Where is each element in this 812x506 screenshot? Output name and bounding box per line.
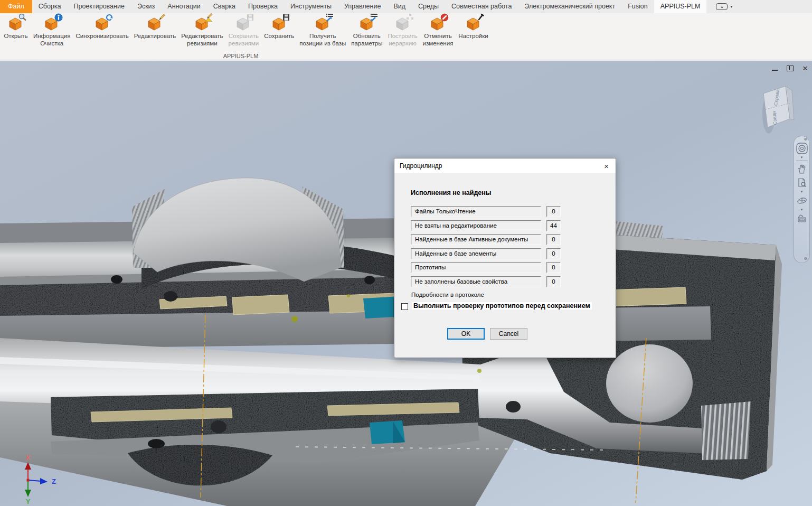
tab-annotations[interactable]: Аннотации: [161, 0, 206, 13]
stat-not-checked-out-value: 44: [546, 220, 561, 231]
zoom-icon[interactable]: [795, 176, 809, 190]
minimize-icon[interactable]: [770, 63, 779, 73]
restore-icon[interactable]: [785, 63, 795, 73]
navbar-close-icon[interactable]: ⊗: [804, 137, 807, 142]
save-button[interactable]: Сохранить: [261, 13, 297, 40]
save-revisions-label-2: ревизиями: [229, 40, 259, 47]
tab-design[interactable]: Проектирование: [68, 0, 131, 13]
cancel-changes-icon: [429, 15, 447, 32]
chevron-down-icon[interactable]: ▼: [800, 208, 804, 212]
get-positions-label-1: Получить: [299, 32, 346, 40]
tab-fusion[interactable]: Fusion: [621, 0, 654, 13]
edit-button[interactable]: Редактировать: [131, 13, 178, 40]
chevron-down-icon[interactable]: ▼: [800, 190, 804, 194]
edit-pencil-icon: [146, 15, 164, 32]
cancel-changes-label-1: Отменить: [423, 32, 454, 40]
build-hierarchy-label-2: иерархию: [388, 40, 417, 47]
get-positions-button[interactable]: Получить позиции из базы: [297, 13, 348, 47]
info-cleanup-button[interactable]: Информация Очистка: [31, 13, 73, 47]
cancel-changes-label-2: изменения: [423, 40, 454, 47]
cancel-button[interactable]: Cancel: [490, 328, 527, 340]
dialog-status-header: Исполнения не найдены: [411, 189, 492, 196]
info-icon: [43, 15, 61, 32]
axis-x-label: X: [26, 454, 31, 462]
info-label-1: Информация: [33, 32, 70, 40]
ribbon-panel: Открыть Информация Очистка Синхронизиров…: [0, 13, 812, 60]
tab-inspect[interactable]: Проверка: [242, 0, 284, 13]
stat-readonly-files-value: 0: [546, 206, 561, 217]
get-positions-icon: [314, 15, 332, 32]
navigation-bar: ⊗ ▼ ▼ ▼ ⊖: [794, 136, 810, 263]
axis-triad: X Y Z: [14, 453, 61, 505]
stat-db-elements-value: 0: [546, 248, 561, 259]
sync-label: Синхронизировать: [75, 33, 128, 39]
open-label: Открыть: [4, 33, 27, 39]
ribbon-collapse-icon[interactable]: ▲: [716, 3, 728, 10]
edit-revisions-button[interactable]: Редактировать ревизиями: [178, 13, 225, 47]
tab-assembly[interactable]: Сборка: [32, 0, 68, 13]
navbar-divider: [796, 161, 808, 161]
tab-manage[interactable]: Управление: [338, 0, 388, 13]
tab-electromechanical[interactable]: Электромеханический проект: [518, 0, 621, 13]
protocol-details-note: Подробности в протоколе: [411, 292, 484, 298]
chevron-down-icon[interactable]: ▼: [800, 155, 804, 160]
close-icon[interactable]: ×: [800, 63, 810, 73]
tab-view[interactable]: Вид: [387, 0, 412, 13]
save-icon: [270, 15, 288, 32]
tab-environments[interactable]: Среды: [412, 0, 445, 13]
save-revisions-button: Сохранить ревизиями: [226, 13, 262, 47]
stat-base-props-label: Не заполнены базовые свойства: [411, 276, 541, 287]
stat-active-docs-label: Найденные в базе Активные документы: [411, 234, 541, 245]
ribbon-collapse-control[interactable]: ▲ ▼: [716, 0, 733, 13]
tab-tools[interactable]: Инструменты: [284, 0, 338, 13]
update-params-button[interactable]: Обновить параметры: [348, 13, 385, 47]
info-label-2: Очистка: [33, 40, 70, 47]
prototype-check-label[interactable]: Выполнить проверку прототипов перед сохр…: [412, 302, 592, 310]
edit-revisions-icon: [193, 15, 211, 32]
edit-revisions-label-2: ревизиями: [181, 40, 223, 47]
dialog-body: Исполнения не найдены Файлы ТолькоЧтение…: [394, 173, 616, 358]
document-window-controls: ×: [770, 63, 810, 73]
stat-base-props-value: 0: [546, 276, 561, 287]
axis-y-label: Y: [26, 498, 31, 505]
update-params-label-2: параметры: [351, 40, 382, 47]
axis-z-label: Z: [52, 477, 56, 485]
save-revisions-label-1: Сохранить: [229, 32, 259, 40]
update-params-label-1: Обновить: [351, 32, 382, 40]
orbit-icon[interactable]: [795, 194, 809, 208]
edit-label: Редактировать: [134, 33, 176, 39]
dialog-close-icon[interactable]: ×: [602, 162, 610, 170]
tab-appius-plm[interactable]: APPIUS-PLM: [654, 0, 707, 13]
stat-prototypes-label: Прототипы: [411, 262, 541, 273]
pan-hand-icon[interactable]: [795, 162, 809, 176]
save-label: Сохранить: [264, 33, 294, 39]
tab-weld[interactable]: Сварка: [207, 0, 242, 13]
update-params-icon: [358, 15, 376, 32]
hydrocylinder-dialog: Гидроцилиндр × Исполнения не найдены Фай…: [394, 158, 616, 358]
synchronize-button[interactable]: Синхронизировать: [73, 13, 131, 40]
settings-label: Настройки: [458, 33, 488, 39]
settings-button[interactable]: Настройки: [456, 13, 490, 40]
prototype-check-checkbox[interactable]: [401, 303, 408, 310]
ok-button[interactable]: OK: [447, 328, 485, 340]
cancel-changes-button[interactable]: Отменить изменения: [420, 13, 456, 47]
open-button[interactable]: Открыть: [1, 13, 31, 40]
tab-collaborate[interactable]: Совместная работа: [445, 0, 518, 13]
sync-icon: [93, 15, 111, 32]
get-positions-label-2: позиции из базы: [299, 40, 346, 47]
edit-revisions-label-1: Редактировать: [181, 32, 223, 40]
stat-readonly-files-label: Файлы ТолькоЧтение: [411, 206, 541, 217]
navigation-wheel-icon[interactable]: [795, 142, 809, 155]
model-viewport[interactable]: × Справа Сзади ⊗ ▼ ▼ ▼ ⊖: [0, 61, 812, 506]
stat-db-elements-label: Найденные в базе элементы: [411, 248, 541, 259]
look-at-icon[interactable]: [795, 212, 809, 226]
dialog-titlebar[interactable]: Гидроцилиндр ×: [394, 158, 616, 173]
stat-active-docs-value: 0: [546, 234, 561, 245]
tab-sketch[interactable]: Эскиз: [131, 0, 161, 13]
tab-file[interactable]: Файл: [0, 0, 32, 13]
stat-not-checked-out-label: Не взяты на редактирование: [411, 220, 541, 231]
dialog-title: Гидроцилиндр: [400, 162, 602, 170]
viewcube[interactable]: Справа Сзади: [759, 82, 796, 135]
chevron-down-icon[interactable]: ▼: [730, 5, 733, 8]
navbar-collapse-icon[interactable]: ⊖: [804, 257, 807, 261]
